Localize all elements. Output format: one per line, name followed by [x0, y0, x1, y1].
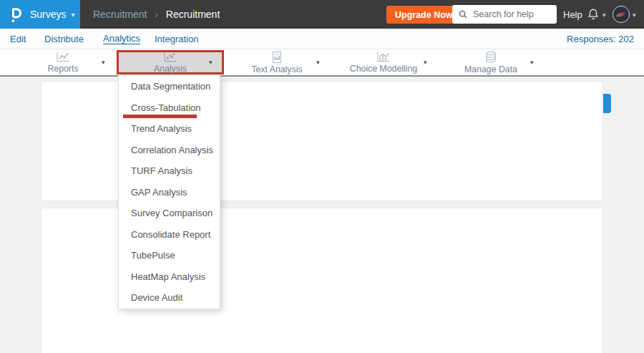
nav-tab-edit[interactable]: Edit — [10, 29, 26, 49]
avatar-logo-swoosh — [616, 11, 626, 18]
upgrade-now-button[interactable]: Upgrade Now — [386, 6, 462, 24]
responses-count: Responses: 202 — [567, 29, 634, 49]
nav-tab-analytics[interactable]: Analytics — [103, 29, 140, 49]
app-screen: Surveys ▾ Recruitment › Recruitment Upgr… — [0, 0, 644, 353]
scatter-plot-icon — [162, 51, 178, 63]
notifications-bell-icon[interactable] — [587, 7, 600, 24]
menu-item-tubepulse[interactable]: TubePulse — [119, 245, 220, 266]
user-avatar[interactable] — [613, 6, 630, 23]
menu-item-turf-analysis[interactable]: TURF Analysis — [119, 160, 220, 182]
toolbar-item-manage-data[interactable]: Manage Data — [437, 50, 545, 74]
product-menu-label: Surveys — [30, 9, 67, 20]
toolbar-item-analysis[interactable]: Analysis — [117, 50, 224, 74]
menu-item-trend-analysis[interactable]: Trend Analysis — [119, 118, 220, 140]
search-input[interactable] — [472, 9, 555, 20]
toolbar-item-reports[interactable]: Reports — [9, 50, 117, 74]
menu-item-data-segmentation[interactable]: Data Segmentation — [119, 76, 220, 97]
breadcrumb: Recruitment › Recruitment — [93, 0, 220, 29]
breadcrumb-separator-icon: › — [155, 9, 157, 20]
top-navbar: Surveys ▾ Recruitment › Recruitment Upgr… — [0, 0, 644, 29]
toolbar-item-label: Choice Modelling — [350, 64, 417, 74]
survey-section-nav: Edit Distribute Analytics Integration Re… — [0, 29, 644, 49]
menu-item-consolidate-report[interactable]: Consolidate Report — [119, 224, 220, 246]
analysis-chevron-down-icon[interactable]: ▾ — [209, 59, 213, 66]
help-search-box — [452, 5, 557, 24]
menu-item-heatmap-analysis[interactable]: HeatMap Analysis — [119, 266, 220, 288]
toolbar-item-label: Analysis — [154, 64, 187, 74]
avatar-chevron-down-icon[interactable]: ▾ — [633, 11, 636, 19]
bar-line-chart-icon — [376, 51, 391, 63]
surveys-product-menu[interactable]: Surveys ▾ — [0, 0, 80, 29]
toolbar-item-choice-modelling[interactable]: Choice Modelling — [330, 50, 437, 74]
questionpro-logo-icon — [9, 5, 24, 24]
help-link[interactable]: Help — [563, 0, 582, 29]
search-icon — [458, 9, 468, 19]
breadcrumb-current: Recruitment — [166, 9, 220, 20]
text-analysis-chevron-down-icon[interactable]: ▾ — [316, 59, 320, 66]
nav-tab-distribute[interactable]: Distribute — [44, 29, 84, 49]
menu-item-gap-analysis[interactable]: GAP Analysis — [119, 182, 220, 203]
menu-item-correlation-analysis[interactable]: Correlation Analysis — [119, 140, 220, 161]
breadcrumb-parent[interactable]: Recruitment — [93, 9, 147, 20]
analysis-dropdown-menu: Data Segmentation Cross-Tabulation Trend… — [118, 75, 220, 309]
text-document-icon — [271, 51, 283, 64]
choice-modelling-chevron-down-icon[interactable]: ▾ — [424, 59, 427, 66]
line-chart-icon — [55, 51, 71, 63]
nav-tab-integration[interactable]: Integration — [155, 29, 198, 49]
toolbar-item-label: Manage Data — [464, 64, 517, 74]
reports-chevron-down-icon[interactable]: ▾ — [102, 59, 105, 66]
database-icon — [484, 51, 497, 64]
toolbar-item-text-analysis[interactable]: Text Analysis — [223, 50, 331, 74]
manage-data-chevron-down-icon[interactable]: ▾ — [530, 59, 534, 66]
menu-item-survey-comparison[interactable]: Survey Comparison — [119, 203, 220, 224]
chevron-down-icon: ▾ — [72, 11, 75, 19]
cross-tabulation-underline-annotation — [123, 115, 197, 118]
toolbar-item-label: Text Analysis — [251, 64, 302, 74]
bell-chevron-down-icon[interactable]: ▾ — [602, 11, 606, 19]
menu-item-device-audit[interactable]: Device Audit — [119, 287, 220, 309]
toolbar-item-label: Reports — [47, 64, 78, 74]
